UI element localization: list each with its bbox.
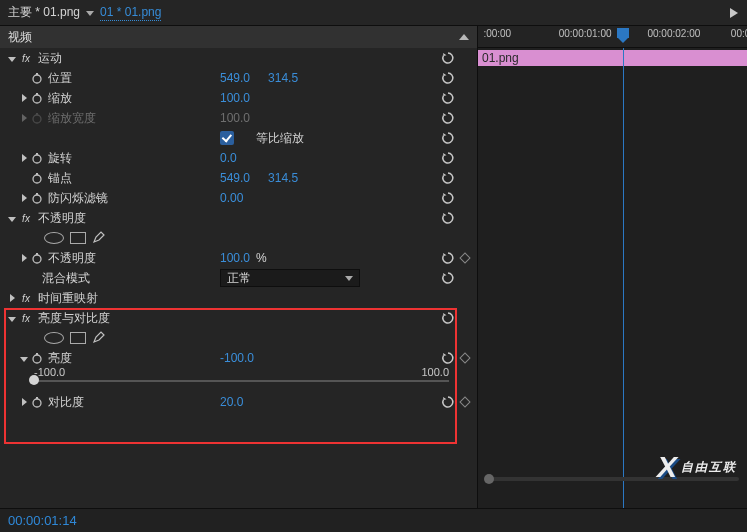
- reset-button[interactable]: [441, 168, 455, 188]
- brightness-slider[interactable]: -100.0 100.0: [34, 368, 449, 388]
- reset-button[interactable]: [441, 308, 455, 328]
- ellipse-mask-button[interactable]: [44, 232, 64, 244]
- stopwatch-icon[interactable]: [30, 351, 44, 365]
- disclosure-icon[interactable]: [6, 211, 18, 225]
- current-timecode[interactable]: 00:00:01:14: [8, 513, 77, 528]
- fx-icon[interactable]: fx: [18, 311, 34, 325]
- add-keyframe-button[interactable]: [459, 348, 471, 368]
- pen-mask-button[interactable]: [92, 330, 106, 347]
- slider-thumb[interactable]: [29, 375, 39, 385]
- reset-button[interactable]: [441, 148, 455, 168]
- section-label: 视频: [8, 29, 459, 46]
- slider-max: 100.0: [421, 366, 449, 378]
- prop-anchor: 锚点 549.0314.5: [0, 168, 477, 188]
- disclosure-icon[interactable]: [18, 251, 30, 265]
- disclosure-icon[interactable]: [6, 51, 18, 65]
- stopwatch-icon[interactable]: [30, 191, 44, 205]
- fx-icon[interactable]: fx: [18, 51, 34, 65]
- effect-brightness-contrast[interactable]: fx 亮度与对比度: [0, 308, 477, 328]
- stopwatch-icon[interactable]: [30, 71, 44, 85]
- reset-button[interactable]: [441, 392, 455, 412]
- ruler-tick: 00:00:02:00: [647, 28, 700, 39]
- position-y[interactable]: 314.5: [268, 71, 298, 85]
- anchor-x[interactable]: 549.0: [220, 171, 250, 185]
- zoom-knob[interactable]: [484, 474, 494, 484]
- fx-icon[interactable]: fx: [18, 211, 34, 225]
- scale-value[interactable]: 100.0: [220, 91, 250, 105]
- param-label: 亮度: [48, 350, 72, 367]
- disclosure-icon[interactable]: [6, 291, 18, 305]
- param-label: 位置: [48, 70, 72, 87]
- disclosure-icon[interactable]: [18, 191, 30, 205]
- reset-button[interactable]: [441, 348, 455, 368]
- reset-button[interactable]: [441, 268, 455, 288]
- disclosure-icon[interactable]: [18, 151, 30, 165]
- param-label: 锚点: [48, 170, 72, 187]
- prop-scale-width: 缩放宽度 100.0: [0, 108, 477, 128]
- instance-clip-link[interactable]: 01 * 01.png: [100, 5, 161, 21]
- stopwatch-icon: [30, 111, 44, 125]
- effect-time-remap[interactable]: fx 时间重映射: [0, 288, 477, 308]
- rotation-value[interactable]: 0.0: [220, 151, 237, 165]
- svg-point-10: [33, 195, 41, 203]
- stopwatch-icon[interactable]: [30, 151, 44, 165]
- scale-width-value: 100.0: [220, 111, 250, 125]
- stopwatch-icon[interactable]: [30, 395, 44, 409]
- stopwatch-icon[interactable]: [30, 171, 44, 185]
- effect-opacity[interactable]: fx 不透明度: [0, 208, 477, 228]
- contrast-value[interactable]: 20.0: [220, 395, 243, 409]
- opacity-value[interactable]: 100.0: [220, 251, 250, 265]
- svg-point-6: [33, 155, 41, 163]
- reset-button[interactable]: [441, 108, 455, 128]
- stopwatch-icon[interactable]: [30, 251, 44, 265]
- prop-antiflicker: 防闪烁滤镜 0.00: [0, 188, 477, 208]
- blend-mode-select[interactable]: 正常: [220, 269, 360, 287]
- anchor-y[interactable]: 314.5: [268, 171, 298, 185]
- prop-position: 位置 549.0314.5: [0, 68, 477, 88]
- pen-mask-button[interactable]: [92, 230, 106, 247]
- reset-button[interactable]: [441, 48, 455, 68]
- effect-title: 运动: [38, 50, 62, 67]
- reset-button[interactable]: [441, 88, 455, 108]
- reset-button[interactable]: [441, 208, 455, 228]
- checkbox-label: 等比缩放: [256, 130, 304, 147]
- disclosure-icon[interactable]: [18, 351, 30, 365]
- param-label: 缩放: [48, 90, 72, 107]
- play-icon[interactable]: [729, 8, 739, 18]
- breadcrumb-bar: 主要 * 01.png 01 * 01.png: [0, 0, 747, 26]
- rect-mask-button[interactable]: [70, 232, 86, 244]
- collapse-icon[interactable]: [459, 34, 469, 40]
- reset-button[interactable]: [441, 128, 455, 148]
- disclosure-icon[interactable]: [18, 91, 30, 105]
- clip-bar[interactable]: 01.png: [478, 50, 747, 66]
- rect-mask-button[interactable]: [70, 332, 86, 344]
- reset-button[interactable]: [441, 188, 455, 208]
- antiflicker-value[interactable]: 0.00: [220, 191, 243, 205]
- playhead-handle[interactable]: [617, 28, 629, 38]
- disclosure-icon[interactable]: [18, 395, 30, 409]
- disclosure-icon[interactable]: [6, 311, 18, 325]
- add-keyframe-button[interactable]: [459, 248, 471, 268]
- add-keyframe-button[interactable]: [459, 392, 471, 412]
- uniform-scale-checkbox[interactable]: [220, 131, 234, 145]
- playhead-line: [623, 48, 624, 508]
- brightness-value[interactable]: -100.0: [220, 351, 254, 365]
- effect-motion[interactable]: fx 运动: [0, 48, 477, 68]
- section-header[interactable]: 视频: [0, 26, 477, 48]
- watermark: X自由互联: [657, 450, 737, 484]
- param-label: 防闪烁滤镜: [48, 190, 108, 207]
- effect-title: 时间重映射: [38, 290, 98, 307]
- svg-rect-5: [36, 113, 38, 115]
- time-ruler[interactable]: :00:0000:00:01:0000:00:02:0000:00: [478, 26, 747, 48]
- reset-button[interactable]: [441, 68, 455, 88]
- svg-point-12: [33, 255, 41, 263]
- stopwatch-icon[interactable]: [30, 91, 44, 105]
- svg-point-4: [33, 115, 41, 123]
- ellipse-mask-button[interactable]: [44, 332, 64, 344]
- reset-button[interactable]: [441, 248, 455, 268]
- timeline-body[interactable]: 01.png: [478, 48, 747, 508]
- position-x[interactable]: 549.0: [220, 71, 250, 85]
- chevron-down-icon[interactable]: [86, 6, 94, 20]
- fx-icon[interactable]: fx: [18, 291, 34, 305]
- disclosure-icon[interactable]: [18, 111, 30, 125]
